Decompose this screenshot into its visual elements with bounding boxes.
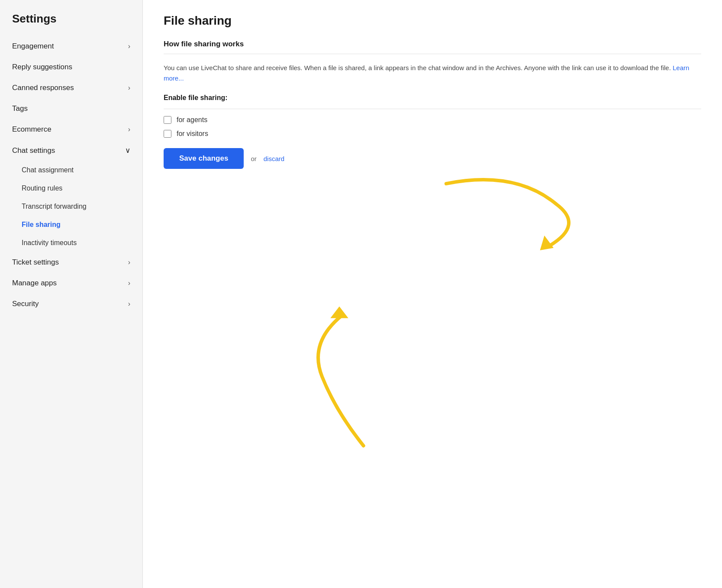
sidebar-item-canned-responses[interactable]: Canned responses ›: [0, 78, 142, 98]
sidebar-item-label: Tags: [12, 104, 28, 113]
sidebar-sub-item-routing-rules[interactable]: Routing rules: [0, 179, 142, 197]
sidebar-sub-item-chat-assignment[interactable]: Chat assignment: [0, 161, 142, 179]
sidebar-item-label: Ticket settings: [12, 258, 59, 267]
sidebar-item-label: Security: [12, 300, 39, 308]
sidebar-item-ticket-settings[interactable]: Ticket settings ›: [0, 252, 142, 273]
save-button[interactable]: Save changes: [164, 148, 244, 169]
sidebar-section-label: Chat settings: [12, 146, 55, 155]
sidebar-item-label: Ecommerce: [12, 125, 52, 134]
sidebar-item-chat-settings[interactable]: Chat settings ∨: [0, 140, 142, 161]
sidebar-item-tags[interactable]: Tags: [0, 98, 142, 119]
sidebar-sub-item-file-sharing[interactable]: File sharing: [0, 216, 142, 234]
svg-marker-0: [538, 234, 554, 250]
sidebar-item-ecommerce[interactable]: Ecommerce ›: [0, 119, 142, 140]
page-title: File sharing: [164, 14, 701, 28]
or-text: or: [251, 155, 256, 162]
chevron-right-icon: ›: [128, 279, 130, 287]
chat-settings-sub-items: Chat assignment Routing rules Transcript…: [0, 161, 142, 252]
chevron-right-icon: ›: [128, 42, 130, 50]
divider: [164, 54, 701, 54]
sidebar-item-engagement[interactable]: Engagement ›: [0, 36, 142, 57]
checkbox-for-visitors-row: for visitors: [164, 130, 701, 138]
chevron-right-icon: ›: [128, 126, 130, 133]
sidebar-sub-item-transcript-forwarding[interactable]: Transcript forwarding: [0, 197, 142, 216]
chevron-right-icon: ›: [128, 84, 130, 92]
sidebar-sub-item-inactivity-timeouts[interactable]: Inactivity timeouts: [0, 234, 142, 252]
main-content: File sharing How file sharing works You …: [143, 0, 722, 588]
enable-file-sharing-label: Enable file sharing:: [164, 94, 701, 102]
chevron-right-icon: ›: [128, 300, 130, 308]
description-text: You can use LiveChat to share and receiv…: [164, 63, 701, 84]
svg-marker-1: [330, 307, 348, 318]
sidebar-item-label: Manage apps: [12, 279, 57, 288]
sidebar: Settings Engagement › Reply suggestions …: [0, 0, 143, 588]
checkbox-for-agents[interactable]: [164, 116, 171, 124]
sidebar-item-label: Canned responses: [12, 84, 74, 92]
sidebar-title: Settings: [0, 12, 142, 36]
checkbox-agents-label[interactable]: for agents: [177, 116, 207, 124]
sidebar-item-label: Engagement: [12, 42, 54, 51]
sidebar-item-label: Reply suggestions: [12, 63, 72, 71]
sidebar-item-security[interactable]: Security ›: [0, 294, 142, 314]
sidebar-item-reply-suggestions[interactable]: Reply suggestions: [0, 57, 142, 78]
discard-link[interactable]: discard: [264, 155, 284, 162]
sidebar-item-manage-apps[interactable]: Manage apps ›: [0, 273, 142, 294]
divider2: [164, 109, 701, 109]
chevron-down-icon: ∨: [125, 146, 130, 155]
checkbox-visitors-label[interactable]: for visitors: [177, 130, 208, 138]
checkbox-for-visitors[interactable]: [164, 130, 171, 138]
checkbox-for-agents-row: for agents: [164, 116, 701, 124]
actions-row: Save changes or discard: [164, 148, 701, 169]
chevron-right-icon: ›: [128, 258, 130, 266]
section-title: How file sharing works: [164, 40, 701, 48]
